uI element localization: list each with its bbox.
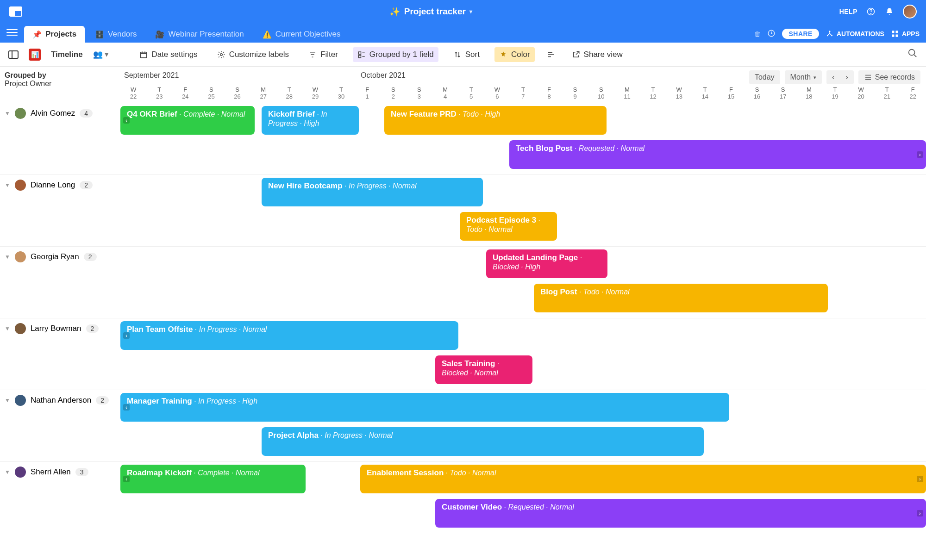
search-icon[interactable] xyxy=(907,50,918,60)
bar-title: New Hire Bootcamp xyxy=(268,181,343,190)
collapse-icon[interactable]: ▼ xyxy=(5,469,10,475)
sort-button[interactable]: Sort xyxy=(449,47,484,62)
timeline-bar[interactable]: Tech Blog Post · Requested · Normal› xyxy=(509,140,926,169)
owner-header[interactable]: ▼Larry Bowman2 xyxy=(0,318,120,339)
bar-priority: · Normal xyxy=(237,325,267,333)
bar-status: · Todo xyxy=(577,288,599,296)
timeline-bar[interactable]: ‹Q4 OKR Brief · Complete · Normal xyxy=(120,106,255,135)
sort-label: Sort xyxy=(465,50,480,59)
timeline-body: ▼Alvin Gomez4▼Dianne Long2▼Georgia Ryan2… xyxy=(0,103,926,533)
tab-webinar-presentation[interactable]: 🎥Webinar Presentation xyxy=(147,26,252,43)
customize-label: Customize labels xyxy=(229,50,289,59)
menu-icon[interactable] xyxy=(6,27,18,38)
owner-count: 2 xyxy=(96,396,109,404)
collapse-icon[interactable]: ▼ xyxy=(5,254,10,260)
svg-point-10 xyxy=(220,53,222,56)
collapse-icon[interactable]: ▼ xyxy=(5,110,10,117)
day-column: T5 xyxy=(458,86,484,103)
color-button[interactable]: Color xyxy=(494,47,535,62)
day-column: M27 xyxy=(250,86,276,103)
tab-label: Current Objectives xyxy=(275,30,341,39)
bar-status: · Requested xyxy=(502,503,544,511)
owner-header[interactable]: ▼Dianne Long2 xyxy=(0,175,120,195)
help-link[interactable]: HELP xyxy=(839,8,857,15)
owner-header[interactable]: ▼Sherri Allen3 xyxy=(0,462,120,482)
owner-name: Georgia Ryan xyxy=(31,252,79,261)
today-button[interactable]: Today xyxy=(749,70,780,84)
automations-button[interactable]: AUTOMATIONS xyxy=(826,30,884,38)
day-column: T19 xyxy=(822,86,848,103)
owner-header[interactable]: ▼Georgia Ryan2 xyxy=(0,247,120,267)
day-column: T30 xyxy=(328,86,354,103)
bar-priority: · Normal xyxy=(544,503,574,511)
share-view-button[interactable]: Share view xyxy=(567,47,627,62)
next-button[interactable]: › xyxy=(840,70,853,84)
collapse-icon[interactable]: ▼ xyxy=(5,325,10,332)
month-label: October 2021 xyxy=(361,71,406,80)
apps-button[interactable]: APPS xyxy=(891,30,920,38)
bar-priority: · Normal xyxy=(600,288,630,296)
timeline-bar[interactable]: ‹Plan Team Offsite · In Progress · Norma… xyxy=(120,321,458,350)
grouped-by-button[interactable]: Grouped by 1 field xyxy=(353,47,438,62)
help-icon[interactable] xyxy=(866,6,876,17)
owner-header[interactable]: ▼Alvin Gomez4 xyxy=(0,103,120,124)
timeline-bar[interactable]: Kickoff Brief · In Progress · High xyxy=(262,106,359,135)
customize-labels-button[interactable]: Customize labels xyxy=(213,47,294,62)
owner-count: 2 xyxy=(86,324,99,333)
sparkle-icon: ✨ xyxy=(389,6,400,17)
view-name[interactable]: Timeline xyxy=(51,50,83,59)
see-records-button[interactable]: See records xyxy=(858,70,920,84)
page-title[interactable]: ✨ Project tracker ▾ xyxy=(22,6,839,17)
owner-avatar xyxy=(15,323,26,334)
trash-icon[interactable]: 🗑 xyxy=(754,30,761,37)
timeline-bar[interactable]: Podcast Episode 3 · Todo · Normal xyxy=(460,212,557,241)
timeline-bar[interactable]: Enablement Session · Todo · Normal› xyxy=(360,465,926,493)
timeline-bar[interactable]: Project Alpha · In Progress · Normal xyxy=(262,427,704,456)
owner-header[interactable]: ▼Nathan Anderson2 xyxy=(0,390,120,411)
timeline-bar[interactable]: Sales Training · Blocked · Normal xyxy=(435,355,532,384)
user-avatar[interactable] xyxy=(903,5,917,19)
day-column: T7 xyxy=(510,86,536,103)
tab-icon: 📌 xyxy=(32,30,42,39)
month-label: September 2021 xyxy=(124,71,179,80)
tab-current-objectives[interactable]: ⚠️Current Objectives xyxy=(254,26,349,43)
day-column: T12 xyxy=(640,86,666,103)
owner-group: ▼Alvin Gomez4 xyxy=(0,103,120,174)
prev-button[interactable]: ‹ xyxy=(826,70,840,84)
tab-icon: 🗄️ xyxy=(95,30,104,39)
owner-count: 2 xyxy=(80,181,93,189)
timeline-bar[interactable]: New Hire Bootcamp · In Progress · Normal xyxy=(262,178,483,206)
timeline-bar[interactable]: Blog Post · Todo · Normal xyxy=(534,284,828,312)
collapse-icon[interactable]: ▼ xyxy=(5,397,10,404)
timeline-bar[interactable]: New Feature PRD · Todo · High xyxy=(384,106,607,135)
share-button[interactable]: SHARE xyxy=(782,29,819,39)
timeline-bar[interactable]: Updated Landing Page · Blocked · High xyxy=(486,249,607,278)
tabs-row: 📌Projects🗄️Vendors🎥Webinar Presentation⚠… xyxy=(0,23,926,43)
timeline-bar[interactable]: ‹Roadmap Kickoff · Complete · Normal xyxy=(120,465,306,493)
sidebar-toggle-icon[interactable] xyxy=(8,50,19,59)
owner-count: 3 xyxy=(75,468,88,476)
day-column: W6 xyxy=(484,86,510,103)
scale-selector[interactable]: Month▾ xyxy=(785,70,822,84)
timeline-bar[interactable]: Customer Video · Requested · Normal› xyxy=(435,499,926,528)
bar-title: Tech Blog Post xyxy=(516,144,572,153)
apps-label: APPS xyxy=(902,30,920,37)
date-settings-button[interactable]: Date settings xyxy=(135,47,202,62)
bar-status: · In Progress xyxy=(319,431,363,439)
filter-button[interactable]: Filter xyxy=(304,47,343,62)
owner-avatar xyxy=(15,108,26,119)
tab-vendors[interactable]: 🗄️Vendors xyxy=(87,26,145,43)
collaborators-icon[interactable]: 👥 ▾ xyxy=(93,50,109,59)
tab-projects[interactable]: 📌Projects xyxy=(24,26,85,43)
history-icon[interactable] xyxy=(767,29,776,39)
bar-priority: · Normal xyxy=(468,369,498,377)
app-header: ✨ Project tracker ▾ HELP xyxy=(0,0,926,23)
grouped-by-panel: Grouped by Project Owner xyxy=(0,67,120,103)
dropdown-caret-icon[interactable]: ▾ xyxy=(469,8,472,15)
collapse-icon[interactable]: ▼ xyxy=(5,182,10,188)
bell-icon[interactable] xyxy=(884,6,895,17)
app-logo[interactable] xyxy=(9,6,22,17)
row-height-button[interactable] xyxy=(545,48,557,62)
timeline-bar[interactable]: ‹Manager Training · In Progress · High xyxy=(120,393,729,422)
owner-group: ▼Sherri Allen3 xyxy=(0,461,120,533)
